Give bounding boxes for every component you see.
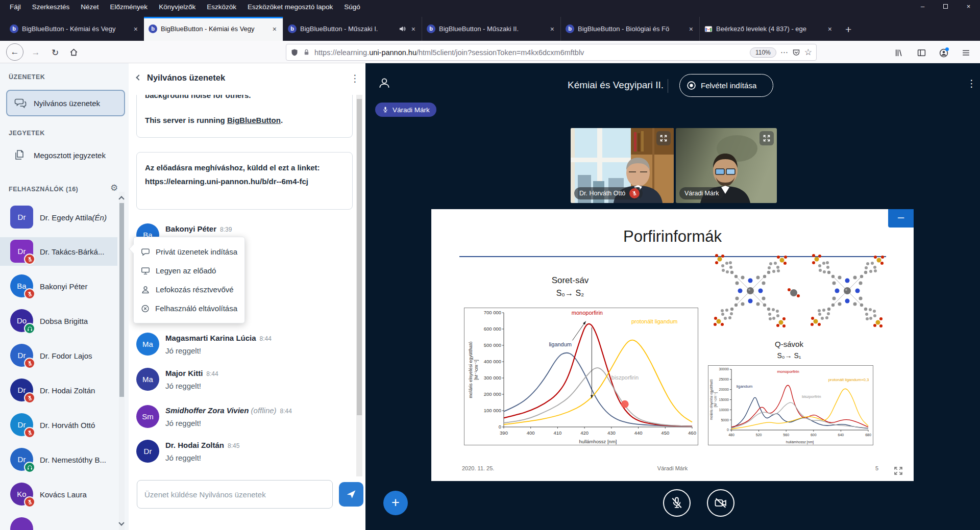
tab-bbb-muszaki-2[interactable]: b BigBlueButton - Műszaki II. × bbox=[422, 17, 560, 41]
webcam-horvath[interactable]: Dr. Horváth Ottó bbox=[571, 128, 674, 203]
svg-text:600: 600 bbox=[811, 433, 817, 437]
svg-text:500 000: 500 000 bbox=[484, 342, 501, 348]
user-list-item[interactable]: Dr Dr. Horváth Ottó bbox=[0, 411, 117, 439]
menu-item-remove-user[interactable]: Felhasználó eltávolítása bbox=[134, 299, 244, 318]
menu-bookmarks[interactable]: Könyvjelzők bbox=[153, 3, 201, 11]
start-recording-button[interactable]: Felvétel indítása bbox=[679, 74, 773, 97]
sidebar-item-shared-notes[interactable]: Megosztott jegyzetek bbox=[6, 144, 125, 166]
options-menu-icon[interactable]: ⋮ bbox=[967, 78, 976, 89]
tab-close-icon[interactable]: × bbox=[549, 25, 556, 33]
home-button[interactable] bbox=[69, 48, 78, 59]
lock-icon[interactable] bbox=[303, 48, 310, 56]
user-list-item[interactable] bbox=[0, 515, 117, 530]
tab-close-icon[interactable]: × bbox=[688, 25, 695, 33]
svg-text:410: 410 bbox=[553, 430, 561, 436]
page-actions-icon[interactable]: ⋯ bbox=[780, 48, 788, 57]
bookmark-star-icon[interactable]: ☆ bbox=[804, 47, 812, 58]
user-list-item[interactable]: Do Dobsa Brigitta bbox=[0, 307, 117, 335]
user-list-item[interactable]: Dr Dr. Nemestóthy B... bbox=[0, 445, 117, 474]
menu-file[interactable]: Fájl bbox=[4, 3, 27, 11]
tab-close-icon[interactable]: × bbox=[826, 25, 834, 33]
reload-button[interactable]: ↻ bbox=[49, 47, 61, 58]
new-tab-button[interactable]: + bbox=[838, 18, 859, 41]
user-status-button[interactable] bbox=[378, 77, 391, 92]
tab-bbb-kemiai-2-active[interactable]: b BigBlueButton - Kémiai és Vegy × bbox=[144, 17, 283, 41]
menu-shared-tabs[interactable]: Eszközöket megosztó lapok bbox=[242, 3, 338, 11]
user-list-item[interactable]: Dr Dr. Egedy Attila (Én) bbox=[0, 203, 117, 232]
svg-text:20000: 20000 bbox=[719, 388, 729, 391]
chat-options-menu-icon[interactable]: ⋮ bbox=[350, 72, 360, 84]
menu-edit[interactable]: Szerkesztés bbox=[27, 3, 76, 11]
presentation-fullscreen-button[interactable] bbox=[893, 466, 903, 478]
user-list-item[interactable]: Ba Bakonyi Péter bbox=[0, 272, 117, 300]
menu-tools[interactable]: Eszközök bbox=[201, 3, 242, 11]
user-list-item[interactable]: Dr Dr. Fodor Lajos bbox=[0, 341, 117, 370]
svg-text:30000: 30000 bbox=[719, 367, 729, 371]
scroll-down-icon[interactable] bbox=[119, 518, 124, 527]
app-menu-button[interactable] bbox=[962, 48, 970, 60]
share-webcam-button[interactable] bbox=[707, 489, 734, 517]
tab-bbb-kemiai-1[interactable]: b BigBlueButton - Kémiai és Vegy × bbox=[5, 17, 144, 41]
scroll-up-icon[interactable] bbox=[119, 194, 124, 203]
webcam-fullscreen-button[interactable] bbox=[760, 131, 774, 145]
svg-text:5000: 5000 bbox=[721, 418, 729, 422]
user-list-item[interactable]: Ko Kovács Laura bbox=[0, 480, 117, 509]
chat-message-list[interactable]: background noise for others. This server… bbox=[129, 95, 356, 476]
talking-indicator[interactable]: Váradi Márk bbox=[375, 103, 436, 117]
account-notification-dot bbox=[945, 47, 949, 51]
svg-text:480: 480 bbox=[728, 433, 734, 437]
tab-bbb-muszaki-1[interactable]: b BigBlueButton - Műszaki I. × bbox=[283, 17, 422, 41]
zoom-level-indicator[interactable]: 110% bbox=[750, 47, 776, 58]
user-list-scrollbar[interactable] bbox=[119, 192, 125, 530]
sidebar-item-public-chat[interactable]: Nyilvános üzenetek bbox=[6, 90, 125, 116]
tab-bbb-biologiai[interactable]: b BigBlueButton - Biológiai és Fö × bbox=[560, 17, 699, 41]
bigbluebutton-link[interactable]: BigBlueButton bbox=[227, 116, 281, 124]
window-close-button[interactable]: × bbox=[957, 0, 980, 14]
tab-close-icon[interactable]: × bbox=[132, 25, 139, 33]
section-notes: JEGYETEK bbox=[9, 130, 45, 137]
minimize-presentation-button[interactable]: – bbox=[888, 209, 914, 228]
webcam-varadi[interactable]: Váradi Márk bbox=[676, 128, 777, 203]
unmute-microphone-button[interactable] bbox=[663, 489, 691, 517]
menu-item-private-chat[interactable]: Privát üzenetek indítása bbox=[134, 242, 244, 261]
send-message-button[interactable] bbox=[339, 482, 363, 507]
menu-history[interactable]: Előzmények bbox=[105, 3, 154, 11]
tab-gmail[interactable]: Beérkező levelek (4 837) - ege × bbox=[699, 17, 838, 41]
tracking-shield-icon[interactable] bbox=[290, 48, 299, 57]
url-bar[interactable]: https://elearning.uni-pannon.hu/html5cli… bbox=[286, 44, 817, 61]
expand-icon bbox=[763, 134, 771, 142]
forward-button[interactable]: → bbox=[30, 47, 42, 58]
soret-heading: Soret-sáv bbox=[499, 275, 642, 286]
user-list-item-selected[interactable]: Dr Dr. Takács-Bárká... bbox=[0, 237, 117, 266]
back-button[interactable]: ← bbox=[6, 43, 23, 61]
chat-scrollbar[interactable] bbox=[356, 95, 362, 476]
bbb-favicon: b bbox=[149, 24, 157, 33]
pocket-icon[interactable] bbox=[792, 48, 800, 57]
presentation-whiteboard[interactable]: – Porfirinformák Soret-sáv S₀→ S₂ 0100 0… bbox=[431, 209, 914, 481]
scrollbar-thumb[interactable] bbox=[357, 99, 362, 415]
chat-title[interactable]: Nyilvános üzenetek bbox=[147, 73, 225, 83]
url-text[interactable]: https://elearning.uni-pannon.hu/html5cli… bbox=[314, 48, 746, 57]
chat-back-chevron-icon[interactable] bbox=[136, 74, 141, 80]
window-minimize-button[interactable]: – bbox=[911, 0, 934, 14]
bbb-favicon: b bbox=[10, 24, 18, 33]
library-button[interactable] bbox=[894, 48, 903, 60]
window-maximize-button[interactable] bbox=[934, 0, 957, 14]
chat-message-input[interactable] bbox=[137, 480, 333, 509]
tab-close-icon[interactable]: × bbox=[271, 25, 278, 33]
manage-users-gear-icon[interactable]: ⚙ bbox=[110, 183, 118, 193]
scrollbar-thumb[interactable] bbox=[119, 203, 124, 397]
webcam-fullscreen-button[interactable] bbox=[656, 131, 671, 145]
svg-text:640: 640 bbox=[838, 433, 844, 437]
slide-title: Porfirinformák bbox=[431, 228, 914, 246]
tab-close-icon[interactable]: × bbox=[410, 25, 417, 33]
user-list-item[interactable]: Dr Dr. Hodai Zoltán bbox=[0, 376, 117, 405]
tab-audio-icon[interactable] bbox=[399, 25, 406, 33]
menu-help[interactable]: Súgó bbox=[338, 3, 366, 11]
menu-item-make-presenter[interactable]: Legyen az előadó bbox=[134, 261, 244, 280]
sidebar-toggle-button[interactable] bbox=[917, 48, 926, 60]
account-button[interactable] bbox=[939, 48, 948, 60]
actions-plus-button[interactable]: + bbox=[383, 491, 408, 515]
menu-item-demote-viewer[interactable]: Lefokozás résztvevővé bbox=[134, 280, 244, 299]
menu-view[interactable]: Nézet bbox=[75, 3, 104, 11]
